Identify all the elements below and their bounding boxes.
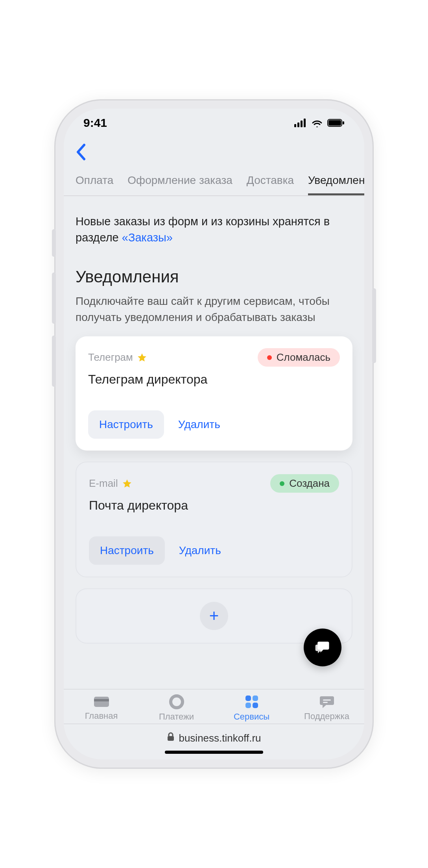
tabbar-label: Сервисы bbox=[234, 712, 269, 722]
tabbar-payments[interactable]: Платежи bbox=[145, 694, 208, 722]
chat-icon bbox=[314, 639, 331, 656]
configure-button[interactable]: Настроить bbox=[89, 536, 165, 565]
card-actions: Настроить Удалить bbox=[88, 410, 340, 439]
content-area: Новые заказы из форм и из корзины хранят… bbox=[64, 196, 364, 689]
star-icon bbox=[122, 479, 132, 489]
svg-rect-10 bbox=[245, 696, 251, 701]
tab-checkout[interactable]: Оформление заказа bbox=[127, 174, 232, 195]
tab-delivery[interactable]: Доставка bbox=[247, 174, 294, 195]
phone-screen: 9:41 bbox=[64, 109, 364, 759]
tabbar-home[interactable]: Главная bbox=[70, 695, 133, 721]
svg-rect-16 bbox=[168, 736, 174, 741]
star-icon bbox=[137, 352, 147, 363]
svg-rect-13 bbox=[253, 703, 258, 708]
back-button[interactable] bbox=[76, 143, 352, 161]
phone-frame: 9:41 bbox=[54, 99, 374, 769]
card-actions: Настроить Удалить bbox=[89, 536, 339, 565]
chat-fab[interactable] bbox=[304, 629, 341, 666]
card-icon bbox=[93, 695, 110, 708]
grid-icon bbox=[244, 694, 259, 709]
status-bar: 9:41 bbox=[64, 109, 364, 137]
integration-card: Телеграм Сломалась Телеграм директора На… bbox=[76, 336, 352, 451]
status-icons bbox=[294, 119, 345, 127]
status-badge: Сломалась bbox=[258, 348, 340, 367]
status-label: Создана bbox=[289, 477, 330, 490]
tab-notifications[interactable]: Уведомления bbox=[308, 174, 364, 195]
circle-icon bbox=[169, 694, 184, 709]
info-text-prefix: Новые заказы из форм и из корзины хранят… bbox=[76, 215, 330, 244]
physical-power-button bbox=[372, 288, 376, 363]
nav-back-area bbox=[64, 137, 364, 165]
svg-point-9 bbox=[171, 696, 183, 708]
home-indicator[interactable] bbox=[165, 751, 263, 754]
physical-volume-up bbox=[52, 273, 56, 324]
integration-type-label: E-mail bbox=[89, 477, 118, 490]
svg-rect-5 bbox=[328, 120, 341, 126]
svg-rect-11 bbox=[253, 696, 258, 701]
cellular-icon bbox=[294, 119, 307, 127]
top-tabs: Оплата Оформление заказа Доставка Уведом… bbox=[64, 165, 364, 196]
svg-rect-6 bbox=[343, 121, 344, 124]
status-label: Сломалась bbox=[277, 351, 330, 364]
svg-rect-2 bbox=[301, 121, 303, 127]
add-integration-button[interactable]: + bbox=[200, 602, 228, 630]
lock-icon bbox=[167, 732, 175, 744]
physical-mute-switch bbox=[52, 229, 56, 257]
svg-rect-15 bbox=[323, 702, 328, 703]
status-dot-icon bbox=[267, 355, 272, 360]
integration-title: Почта директора bbox=[89, 498, 339, 513]
card-head: E-mail Создана bbox=[89, 474, 339, 493]
svg-rect-0 bbox=[294, 124, 296, 127]
svg-rect-14 bbox=[323, 699, 331, 701]
browser-url[interactable]: business.tinkoff.ru bbox=[179, 732, 261, 744]
tabbar-label: Главная bbox=[85, 711, 118, 721]
svg-rect-1 bbox=[297, 122, 299, 127]
status-dot-icon bbox=[280, 481, 284, 486]
bottom-tabbar: Главная Платежи Сервисы bbox=[64, 689, 364, 723]
tabbar-services[interactable]: Сервисы bbox=[220, 694, 283, 722]
integration-type: E-mail bbox=[89, 477, 132, 490]
plus-icon: + bbox=[209, 606, 219, 625]
orders-link[interactable]: «Заказы» bbox=[122, 231, 173, 244]
svg-rect-3 bbox=[304, 119, 306, 127]
card-head: Телеграм Сломалась bbox=[88, 348, 340, 367]
svg-rect-7 bbox=[94, 697, 109, 707]
tab-payment[interactable]: Оплата bbox=[76, 174, 113, 195]
svg-rect-8 bbox=[94, 699, 109, 701]
integration-type-label: Телеграм bbox=[88, 351, 133, 364]
section-description: Подключайте ваш сайт к другим сервисам, … bbox=[76, 293, 352, 325]
info-text: Новые заказы из форм и из корзины хранят… bbox=[76, 213, 352, 245]
tabbar-label: Поддержка bbox=[304, 711, 349, 721]
integration-title: Телеграм директора bbox=[88, 372, 340, 387]
status-time: 9:41 bbox=[83, 116, 107, 130]
browser-bar: business.tinkoff.ru bbox=[64, 723, 364, 748]
support-icon bbox=[319, 695, 335, 709]
svg-rect-12 bbox=[245, 703, 251, 708]
integration-type: Телеграм bbox=[88, 351, 147, 364]
tabbar-support[interactable]: Поддержка bbox=[295, 695, 358, 721]
delete-button[interactable]: Удалить bbox=[178, 418, 220, 431]
delete-button[interactable]: Удалить bbox=[179, 544, 221, 557]
configure-button[interactable]: Настроить bbox=[88, 410, 164, 439]
battery-icon bbox=[327, 119, 345, 127]
integration-card: E-mail Создана Почта директора Настроить… bbox=[76, 462, 352, 577]
physical-volume-down bbox=[52, 336, 56, 387]
wifi-icon bbox=[311, 119, 323, 127]
section-title: Уведомления bbox=[76, 267, 352, 286]
tabbar-label: Платежи bbox=[159, 712, 194, 722]
status-badge: Создана bbox=[270, 474, 339, 493]
